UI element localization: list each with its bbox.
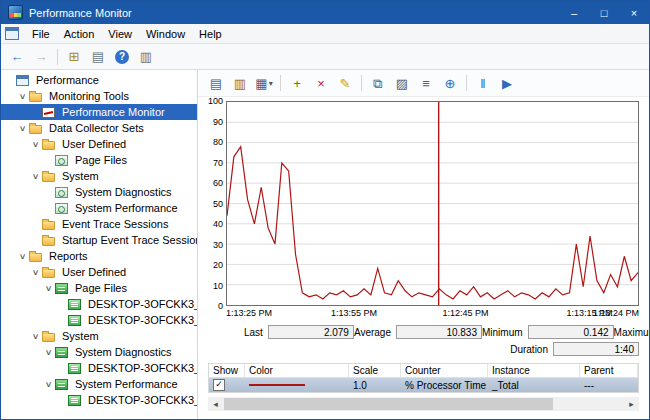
- detail-pane: ▤▥▦▾+×✎⧉▨≡⊕‖▶ 1009080706050403020100 1:1…: [198, 70, 649, 419]
- legend-row[interactable]: ✓1.0% Processor Time_Total---: [209, 378, 638, 392]
- tree-item-desktop-3ofckk3-20170214-000001[interactable]: DESKTOP-3OFCKK3_20170214-000001: [1, 360, 197, 376]
- tree-item-label: System Diagnostics: [72, 186, 175, 198]
- legend-column-scale[interactable]: Scale: [349, 364, 401, 377]
- tree-item-system-performance[interactable]: System Performance: [1, 200, 197, 216]
- tree-item-system-diagnostics[interactable]: System Diagnostics: [1, 184, 197, 200]
- tree-item-page-files[interactable]: ∨Page Files: [1, 280, 197, 296]
- show-hide-console-tree-button[interactable]: ⊞: [63, 46, 85, 68]
- copy-properties-button[interactable]: ⧉: [367, 72, 389, 94]
- back-button[interactable]: ←: [6, 46, 28, 68]
- close-button[interactable]: ×: [619, 1, 649, 24]
- report-icon: [68, 315, 81, 326]
- expander-open-icon[interactable]: ∨: [28, 268, 42, 277]
- legend-column-counter[interactable]: Counter: [401, 364, 488, 377]
- tree-item-system-performance[interactable]: ∨System Performance: [1, 376, 197, 392]
- expander-open-icon[interactable]: ∨: [15, 92, 29, 101]
- report-icon: [68, 363, 81, 374]
- tree-item-user-defined[interactable]: ∨User Defined: [1, 136, 197, 152]
- legend-column-parent[interactable]: Parent: [580, 364, 638, 377]
- tree-item-performance[interactable]: Performance: [1, 72, 197, 88]
- minimize-button[interactable]: –: [559, 1, 589, 24]
- scrollbar-track[interactable]: [223, 397, 624, 411]
- scroll-right-arrow[interactable]: ▸: [624, 397, 639, 411]
- tree-item-label: User Defined: [59, 266, 129, 278]
- expander-open-icon[interactable]: ∨: [28, 140, 42, 149]
- tree-item-system[interactable]: ∨System: [1, 168, 197, 184]
- expander-open-icon[interactable]: ∨: [28, 332, 42, 341]
- expander-open-icon[interactable]: ∨: [41, 348, 55, 357]
- tree-item-desktop-3ofckk3-20170214-000001[interactable]: DESKTOP-3OFCKK3_20170214-000001: [1, 296, 197, 312]
- zoom-button[interactable]: ⊕: [439, 72, 461, 94]
- root-icon: [16, 75, 29, 86]
- change-graph-type-icon: ▦: [255, 77, 267, 90]
- paste-counter-list-button[interactable]: ▨: [391, 72, 413, 94]
- expander-open-icon[interactable]: ∨: [28, 172, 42, 181]
- tree-item-performance-monitor[interactable]: Performance Monitor: [1, 104, 197, 120]
- horizontal-scrollbar[interactable]: ◂ ▸: [208, 397, 639, 411]
- back-icon: ←: [11, 50, 24, 63]
- menu-window[interactable]: Window: [139, 26, 192, 42]
- chart-plot-area: [226, 101, 639, 306]
- tree-item-monitoring-tools[interactable]: ∨Monitoring Tools: [1, 88, 197, 104]
- forward-button[interactable]: →: [30, 46, 52, 68]
- update-data-button[interactable]: ▶: [496, 72, 518, 94]
- tree-item-label: Performance: [33, 74, 102, 86]
- monitor-icon: [42, 107, 55, 118]
- folder-icon: [42, 221, 55, 230]
- legend-column-show[interactable]: Show: [209, 364, 245, 377]
- action-pane-icon: ▥: [140, 50, 152, 63]
- change-graph-type-button[interactable]: ▦▾: [253, 72, 275, 94]
- tree-item-page-files[interactable]: Page Files: [1, 152, 197, 168]
- view-current-activity-button[interactable]: ▤: [205, 72, 227, 94]
- tree-item-event-trace-sessions[interactable]: Event Trace Sessions: [1, 216, 197, 232]
- export-list-icon: ▤: [92, 50, 104, 63]
- forward-icon: →: [35, 50, 48, 63]
- y-tick-label: 20: [213, 260, 223, 270]
- y-tick-label: 40: [213, 219, 223, 229]
- tree-item-label: Monitoring Tools: [46, 90, 132, 102]
- main-toolbar: ←→⊞▤?▥: [1, 44, 649, 70]
- dcs-icon: [55, 203, 68, 214]
- tree-item-startup-event-trace-sessions[interactable]: Startup Event Trace Sessions: [1, 232, 197, 248]
- tree-item-system-diagnostics[interactable]: ∨System Diagnostics: [1, 344, 197, 360]
- legend-column-color[interactable]: Color: [245, 364, 349, 377]
- menu-action[interactable]: Action: [57, 26, 102, 42]
- properties-button[interactable]: ≡: [415, 72, 437, 94]
- expander-open-icon[interactable]: ∨: [41, 380, 55, 389]
- expander-open-icon[interactable]: ∨: [41, 284, 55, 293]
- maximize-button[interactable]: □: [589, 1, 619, 24]
- expander-open-icon[interactable]: ∨: [15, 124, 29, 133]
- show-checkbox[interactable]: ✓: [213, 379, 225, 391]
- menu-help[interactable]: Help: [192, 26, 229, 42]
- stat-last-label: Last: [244, 327, 263, 338]
- add-counter-button[interactable]: +: [286, 72, 308, 94]
- view-log-data-button[interactable]: ▥: [229, 72, 251, 94]
- x-tick-label: 1:13:55 PM: [331, 308, 377, 318]
- tree-item-reports[interactable]: ∨Reports: [1, 248, 197, 264]
- tree-item-desktop-3ofckk3-20170214-000002[interactable]: DESKTOP-3OFCKK3_20170214-000002: [1, 392, 197, 408]
- y-tick-label: 60: [213, 178, 223, 188]
- expander-open-icon[interactable]: ∨: [15, 252, 29, 261]
- tree-item-data-collector-sets[interactable]: ∨Data Collector Sets: [1, 120, 197, 136]
- tree-item-desktop-3ofckk3-20170214-000003[interactable]: DESKTOP-3OFCKK3_20170214-000003: [1, 312, 197, 328]
- scrollbar-thumb[interactable]: [224, 398, 553, 410]
- update-data-icon: ▶: [502, 77, 512, 90]
- action-pane-button[interactable]: ▥: [135, 46, 157, 68]
- menu-file[interactable]: File: [25, 26, 57, 42]
- tree-item-label: System: [59, 330, 102, 342]
- series-processor-time: [227, 147, 638, 299]
- bottom-padding: [198, 411, 649, 419]
- highlight-button[interactable]: ✎: [334, 72, 356, 94]
- scroll-left-arrow[interactable]: ◂: [208, 397, 223, 411]
- freeze-display-button[interactable]: ‖: [472, 72, 494, 94]
- stats-row-main: Last2.079Average10.833Minimum0.142Maximu…: [244, 325, 639, 339]
- tree-item-system[interactable]: ∨System: [1, 328, 197, 344]
- menu-view[interactable]: View: [101, 26, 139, 42]
- delete-counter-button[interactable]: ×: [310, 72, 332, 94]
- green-icon: [55, 347, 68, 358]
- help-button[interactable]: ?: [111, 46, 133, 68]
- export-list-button[interactable]: ▤: [87, 46, 109, 68]
- tree-item-user-defined[interactable]: ∨User Defined: [1, 264, 197, 280]
- y-tick-label: 0: [218, 301, 223, 311]
- legend-column-instance[interactable]: Instance: [488, 364, 580, 377]
